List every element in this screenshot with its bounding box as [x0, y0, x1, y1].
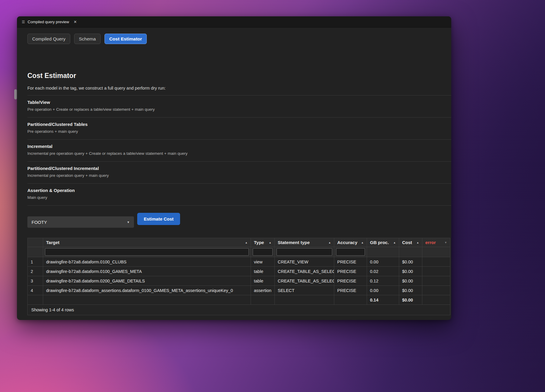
accuracy-filter-input[interactable] [336, 248, 365, 256]
cell-target: drawingfire-b72a8.dataform.0100_CLUBS [43, 257, 251, 267]
estimate-cost-button[interactable]: Estimate Cost [137, 213, 180, 225]
column-header-target[interactable]: Target▲ [43, 238, 251, 247]
row-number: 3 [28, 276, 43, 286]
table-header-row: Target▲ Type▲ Statement type▲ Accuracy▲ … [28, 238, 450, 247]
cell-target: drawingfire-b72a8.dataform.0200_GAME_DET… [43, 276, 251, 286]
sort-asc-icon[interactable]: ▲ [416, 241, 419, 244]
summary-empty [43, 295, 251, 305]
summary-empty [334, 295, 367, 305]
background-scrollbar-thumb[interactable] [14, 89, 17, 99]
cell-error [422, 276, 450, 286]
section-title: Partitioned/Clustered Tables [27, 122, 451, 127]
sort-asc-icon[interactable]: ▲ [328, 241, 331, 244]
cell-accuracy: PRECISE [334, 267, 367, 276]
summary-empty [251, 295, 275, 305]
table-summary-row: 0.14 $0.00 [28, 295, 450, 305]
cell-gb-proc: 0.00 [367, 257, 399, 267]
tab-cost-estimator[interactable]: Cost Estimator [104, 34, 147, 44]
list-icon: ☰ [22, 20, 25, 24]
summary-empty [28, 295, 43, 305]
cell-cost: $0.00 [399, 257, 422, 267]
caret-down-icon: ▼ [127, 221, 130, 224]
column-header-statement-type[interactable]: Statement type▲ [275, 238, 334, 247]
filter-cell-statement-type [275, 247, 334, 257]
cell-accuracy: PRECISE [334, 286, 367, 295]
target-filter-input[interactable] [45, 248, 249, 256]
section-incremental: Incremental Incremental pre operation qu… [27, 139, 451, 161]
window-titlebar: ☰ Compiled query preview ✕ [17, 16, 451, 28]
column-label: Target [46, 240, 60, 245]
section-description: Incremental pre operation query + main q… [27, 173, 451, 178]
tag-select-value: FOOTY [32, 220, 47, 225]
sort-asc-icon[interactable]: ▲ [393, 241, 396, 244]
cell-error [422, 257, 450, 267]
filter-cell-empty [28, 247, 43, 257]
filter-cell-type [251, 247, 275, 257]
summary-empty [275, 295, 334, 305]
table-row[interactable]: 1 drawingfire-b72a8.dataform.0100_CLUBS … [28, 257, 450, 267]
summary-gb-total: 0.14 [367, 295, 399, 305]
section-title: Assertion & Operation [27, 188, 451, 193]
cell-statement-type: SELECT [275, 286, 334, 295]
summary-empty [422, 295, 450, 305]
cost-table: Target▲ Type▲ Statement type▲ Accuracy▲ … [27, 238, 450, 315]
estimator-controls: FOOTY ▼ Estimate Cost [27, 213, 451, 228]
cell-type: table [251, 276, 275, 286]
type-filter-input[interactable] [253, 248, 273, 256]
column-header-cost[interactable]: Cost▲ [399, 238, 422, 247]
cell-cost: $0.00 [399, 276, 422, 286]
section-title: Partitioned/Clustered Incremental [27, 166, 451, 171]
cell-error [422, 267, 450, 276]
close-icon[interactable]: ✕ [74, 20, 77, 24]
statement-type-filter-input[interactable] [277, 248, 332, 256]
intro-text: For each model in the tag, we construct … [27, 86, 451, 90]
table-filter-row [28, 247, 450, 257]
filter-cell-target [43, 247, 251, 257]
window-content: Compiled Query Schema Cost Estimator Cos… [17, 28, 451, 320]
column-label: Statement type [278, 240, 310, 245]
cell-cost: $0.00 [399, 286, 422, 295]
cell-target: drawingfire-b72a8.dataform.0100_GAMES_ME… [43, 267, 251, 276]
table-footer: Showing 1-4 of 4 rows [28, 305, 450, 315]
section-description: Pre operation + Create or replaces a tab… [27, 107, 451, 112]
tab-schema[interactable]: Schema [74, 34, 101, 44]
column-label: Type [254, 240, 264, 245]
sort-asc-icon[interactable]: ▲ [269, 241, 271, 244]
table-row[interactable]: 2 drawingfire-b72a8.dataform.0100_GAMES_… [28, 267, 450, 276]
cell-statement-type: CREATE_VIEW [275, 257, 334, 267]
column-label: GB proc. [370, 240, 389, 245]
tag-select[interactable]: FOOTY ▼ [27, 216, 134, 228]
cell-gb-proc: 0.02 [367, 267, 399, 276]
section-assertion-operation: Assertion & Operation Main query [27, 183, 451, 205]
column-header-error[interactable]: error▼ [422, 238, 450, 247]
table-row[interactable]: 4 drawingfire-b72a8.dataform_assertions.… [28, 286, 450, 295]
cell-error [422, 286, 450, 295]
column-header-accuracy[interactable]: Accuracy▲ [334, 238, 367, 247]
section-title: Incremental [27, 144, 451, 149]
row-number: 4 [28, 286, 43, 295]
cell-cost: $0.00 [399, 267, 422, 276]
filter-cell-empty [399, 247, 422, 257]
cell-type: assertion [251, 286, 275, 295]
table-row[interactable]: 3 drawingfire-b72a8.dataform.0200_GAME_D… [28, 276, 450, 286]
window-tab-title: Compiled query preview [28, 20, 69, 24]
section-title: Table/View [27, 100, 451, 105]
sort-asc-icon[interactable]: ▲ [361, 241, 364, 244]
column-header-gb-proc[interactable]: GB proc.▲ [367, 238, 399, 247]
column-label: error [425, 240, 436, 245]
cell-statement-type: CREATE_TABLE_AS_SELECT [275, 267, 334, 276]
cell-gb-proc: 0.12 [367, 276, 399, 286]
sort-asc-icon[interactable]: ▲ [245, 241, 248, 244]
cell-gb-proc: 0.00 [367, 286, 399, 295]
filter-cell-accuracy [334, 247, 367, 257]
sort-desc-icon[interactable]: ▼ [444, 241, 447, 244]
filter-cell-empty [367, 247, 399, 257]
summary-cost-total: $0.00 [399, 295, 422, 305]
model-type-sections: Table/View Pre operation + Create or rep… [27, 95, 451, 206]
tab-compiled-query[interactable]: Compiled Query [27, 34, 70, 44]
column-header-type[interactable]: Type▲ [251, 238, 275, 247]
row-number: 1 [28, 257, 43, 267]
filter-cell-empty [422, 247, 450, 257]
section-partitioned-clustered-tables: Partitioned/Clustered Tables Pre operati… [27, 117, 451, 139]
cell-type: view [251, 257, 275, 267]
